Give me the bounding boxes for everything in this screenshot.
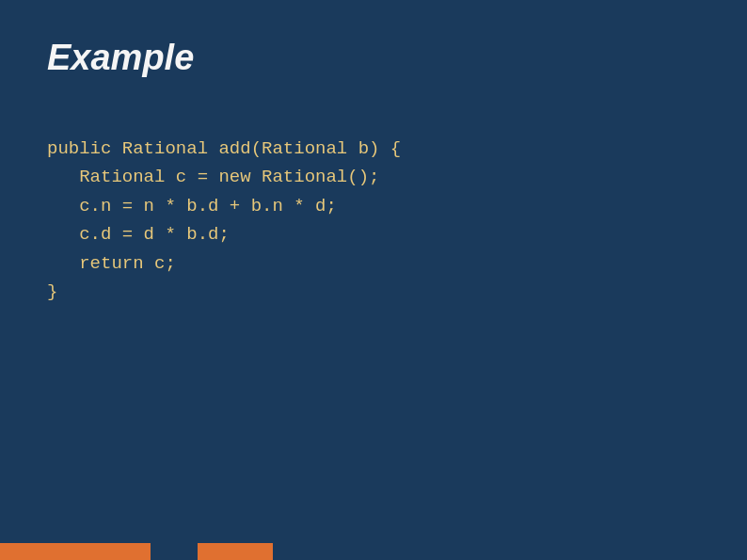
slide-title: Example [47, 38, 700, 78]
bottom-bar-left [0, 543, 151, 560]
slide-container: Example public Rational add(Rational b) … [0, 0, 747, 560]
bottom-bar-container [0, 543, 747, 560]
bottom-bar-middle [198, 543, 273, 560]
code-block: public Rational add(Rational b) { Ration… [47, 135, 700, 306]
bottom-bar-right [273, 543, 747, 560]
